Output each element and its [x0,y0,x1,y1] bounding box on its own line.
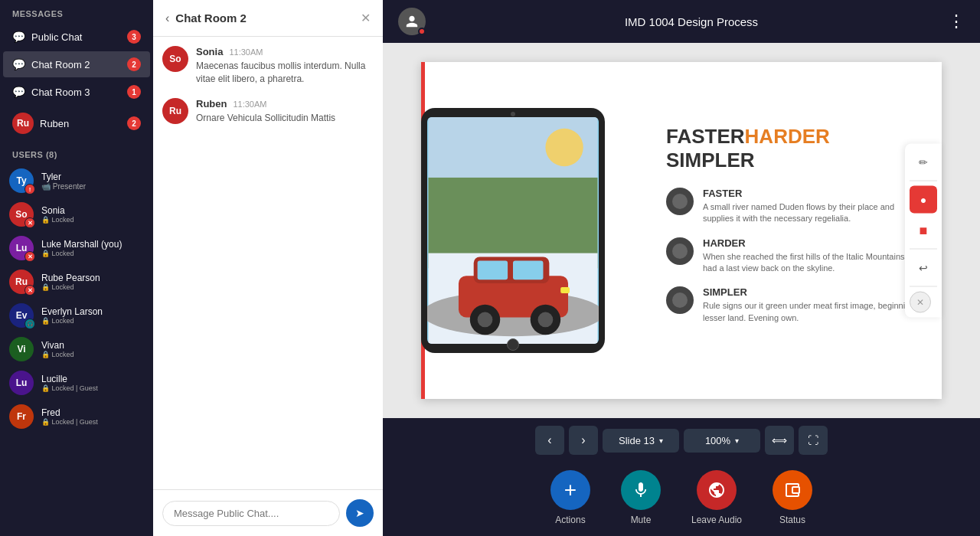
messages-label: MESSAGES [0,0,153,23]
slide-toolbar: ✏ ● ■ ↩ ✕ [905,144,942,318]
user-role-tyler: 📹 Presenter [41,182,144,191]
actions-button[interactable]: + [550,470,590,510]
user-role-lucille: 🔒 Locked | Guest [41,384,144,392]
avatar-lucille: Lu [9,371,34,395]
chat-send-button[interactable]: ➤ [346,499,374,527]
slide-prev-button[interactable]: ‹ [535,426,564,455]
avatar-luke: Lu ✕ [9,236,34,260]
slide-feature-faster: FASTER A small river named Duden flows b… [666,188,926,225]
mute-label: Mute [631,515,652,525]
slide-fullscreen-button[interactable]: ⛶ [799,426,828,455]
header-title: IMD 1004 Design Process [435,15,948,28]
slide-zoom-dropdown[interactable]: 100% ▾ [684,429,760,453]
chat-panel: ‹ Chat Room 2 ✕ So Sonia 11:30AM Maecena… [153,0,383,536]
feature-desc-faster: A small river named Duden flows by their… [703,201,926,225]
sidebar-item-public-chat[interactable]: 💬 Public Chat 3 [3,24,150,50]
avatar-everlyn: Ev 🎧 [9,303,34,328]
slide-title: FASTERHARDER SIMPLER [666,125,926,172]
actions-label: Actions [555,515,585,525]
badge-ruben: 2 [127,116,141,130]
user-name-luke: Luke Marshall (you) [41,239,144,250]
action-actions[interactable]: + Actions [550,470,590,525]
toolbar-undo-button[interactable]: ↩ [910,254,937,282]
chat-panel-title: Chat Room 2 [175,11,361,25]
user-role-luke: 🔒 Locked [41,250,144,257]
chat-back-button[interactable]: ‹ [165,11,169,25]
chat-input[interactable] [162,501,340,526]
user-name-fred: Fred [41,407,144,418]
sidebar-item-label: Chat Room 2 [31,59,127,70]
feature-icon-simpler [666,286,694,314]
avatar-rube: Ru ✕ [9,270,34,294]
slide-zoom-dropdown-arrow: ▾ [735,436,739,445]
toolbar-close-button[interactable]: ✕ [910,292,931,313]
chat-close-button[interactable]: ✕ [361,11,371,25]
chat-message: So Sonia 11:30AM Maecenas faucibus molli… [162,46,374,86]
slide-fit-button[interactable]: ⟺ [765,426,794,455]
sidebar-item-chat-room-3[interactable]: 💬 Chat Room 3 1 [3,79,150,105]
toolbar-color-button[interactable]: ■ [910,217,937,244]
status-label: Status [779,515,805,525]
svg-rect-13 [560,287,570,293]
chat-input-area: ➤ [153,489,383,536]
user-item-fred: Fr Fred 🔒 Locked | Guest [0,400,153,433]
sonia-badge: ✕ [24,217,35,228]
toolbar-divider [910,249,937,250]
tablet-camera [511,112,515,116]
user-name-sonia: Sonia [41,205,144,216]
avatar-vivan: Vi [9,337,34,361]
feature-title-simpler: SIMPLER [703,286,926,298]
user-role-sonia: 🔒 Locked [41,216,144,224]
tablet-mockup [421,108,605,353]
user-item-lucille: Lu Lucille 🔒 Locked | Guest [0,366,153,400]
sidebar-item-ruben[interactable]: Ru Ruben 2 [3,106,150,140]
sidebar-item-chat-room-2[interactable]: 💬 Chat Room 2 2 [3,51,150,77]
action-status[interactable]: Status [773,470,812,525]
svg-point-12 [538,312,554,328]
sidebar-item-label: Chat Room 3 [31,87,127,98]
message-header: Sonia 11:30AM [196,46,374,57]
avatar-tyler: Ty ! [9,168,34,193]
user-info-vivan: Vivan 🔒 Locked [41,340,144,358]
toolbar-pencil-button[interactable]: ✏ [910,149,937,176]
header-menu-button[interactable]: ⋮ [948,11,965,31]
user-name-vivan: Vivan [41,340,144,351]
message-time: 11:30AM [233,100,266,109]
slide-zoom-label: 100% [705,435,730,446]
user-info-tyler: Tyler 📹 Presenter [41,172,144,191]
bottom-bar: + Actions Mute Leave Audio Status [383,462,980,536]
slide-title-faster: FASTER [666,125,745,148]
sidebar-item-label: Public Chat [31,31,127,43]
user-status-dot [418,28,426,35]
main-content: IMD 1004 Design Process ⋮ [383,0,980,536]
feature-text-harder: HARDER When she reached the first hills … [703,237,926,275]
avatar-ruben: Ru [12,113,34,134]
message-content-sonia: Sonia 11:30AM Maecenas faucibus mollis i… [196,46,374,86]
feature-icon-harder [666,237,694,265]
status-button[interactable] [773,470,812,510]
slide-title-harder: HARDER [745,125,830,148]
slide-number-dropdown[interactable]: Slide 13 ▾ [603,429,679,453]
slide-text-content: FASTERHARDER SIMPLER FASTER A small rive… [651,109,942,351]
user-info-sonia: Sonia 🔒 Locked [41,205,144,224]
avatar-sonia: So ✕ [9,202,34,227]
feature-icon-faster [666,188,694,215]
user-info-lucille: Lucille 🔒 Locked | Guest [41,374,144,392]
user-role-rube: 🔒 Locked [41,283,144,291]
mute-button[interactable] [621,470,661,510]
main-header: IMD 1004 Design Process ⋮ [383,0,980,43]
slide-feature-simpler: SIMPLER Rule signs our it green under me… [666,286,926,324]
toolbar-record-button[interactable]: ● [910,186,937,214]
slide-next-button[interactable]: › [569,426,598,455]
chat-icon: 💬 [12,31,25,43]
action-leave-audio[interactable]: Leave Audio [691,470,742,525]
slide-title-simpler: SIMPLER [666,149,926,172]
svg-rect-7 [478,260,508,279]
leave-audio-button[interactable] [697,470,737,510]
header-user-icon[interactable] [398,8,426,35]
rube-badge: ✕ [24,285,35,296]
feature-title-faster: FASTER [703,188,926,199]
user-info-luke: Luke Marshall (you) 🔒 Locked [41,239,144,257]
action-mute[interactable]: Mute [621,470,661,525]
tablet-home-button [507,338,519,351]
